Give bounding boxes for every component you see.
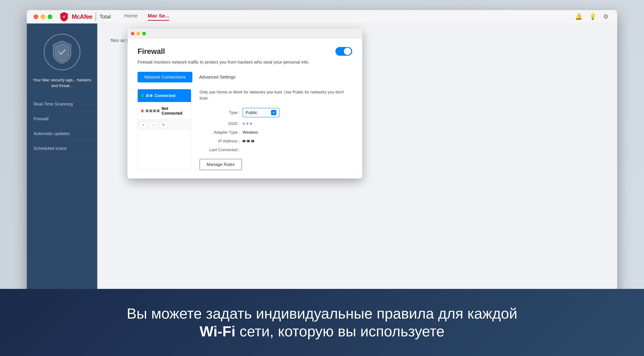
title-bar: McAfee Total Home Mac Se... 🔔 💡 ⚙: [27, 10, 617, 24]
network-instruction-text: Only use Home or Work for networks you t…: [200, 89, 352, 101]
sq6: [157, 110, 160, 112]
connected-squares: [146, 94, 152, 97]
mcafee-logo: McAfee: [59, 12, 92, 22]
connected-label: Connected: [154, 93, 175, 98]
dialog-title: Firewall: [138, 47, 165, 56]
not-connected-squares: [146, 110, 160, 112]
main-nav: Home Mac Se...: [124, 13, 169, 21]
brand-divider: [96, 12, 96, 21]
firewall-dialog: Firewall Firewall monitors network traff…: [128, 28, 362, 178]
select-arrow-icon: [271, 110, 276, 115]
ssid-label: SSID :: [200, 121, 240, 126]
adapter-value: Wireless: [242, 130, 258, 135]
maximize-button[interactable]: [48, 14, 52, 19]
ssid-dot-3: [250, 122, 252, 125]
firewall-description: Firewall monitors network traffic to pro…: [138, 59, 352, 65]
ssid-value-dots: [242, 122, 252, 125]
adapter-label: Adapter Type :: [200, 130, 240, 135]
main-shield-icon: [50, 40, 74, 64]
bell-icon[interactable]: 🔔: [575, 13, 582, 20]
product-name: Total: [100, 14, 111, 20]
dialog-minimize-button[interactable]: [136, 32, 140, 36]
banner-suffix-text: сети, которую вы используете: [236, 323, 444, 340]
network-list-footer: + − ✎: [138, 120, 191, 130]
dialog-content: Firewall Firewall monitors network traff…: [128, 38, 362, 178]
toggle-knob: [344, 48, 351, 55]
dialog-maximize-button[interactable]: [142, 32, 146, 36]
not-connected-label: Not Connected: [162, 106, 188, 116]
main-content: Your Mac security aga... hackers and thr…: [27, 24, 617, 312]
mcafee-shield-icon: [59, 12, 69, 22]
tab-mac-security[interactable]: Mac Se...: [148, 13, 169, 21]
tab-home[interactable]: Home: [124, 13, 138, 21]
ip-sq-2: [247, 140, 250, 142]
tab-advanced-settings[interactable]: Advanced Settings: [192, 72, 242, 82]
network-item-not-connected[interactable]: Not Connected: [138, 102, 191, 120]
sidebar: Your Mac security aga... hackers and thr…: [27, 24, 97, 312]
brand-name: McAfee: [72, 13, 92, 20]
sq2: [150, 94, 152, 97]
close-button[interactable]: [34, 14, 38, 19]
gear-icon[interactable]: ⚙: [603, 13, 610, 20]
type-value: Public: [246, 110, 269, 115]
banner-wifi-text: Wi-Fi: [200, 323, 236, 340]
sq3: [146, 110, 148, 112]
banner-text-line1: Вы можете задать индивидуальные правила …: [126, 305, 517, 322]
mcafee-window: McAfee Total Home Mac Se... 🔔 💡 ⚙: [27, 10, 617, 312]
minimize-button[interactable]: [40, 14, 45, 19]
shield-status-container: [44, 34, 80, 70]
ssid-dot-2: [246, 122, 248, 125]
security-status-text: Your Mac security aga... hackers and thr…: [27, 77, 97, 88]
connected-status-dot: [141, 94, 144, 97]
ssid-row: SSID :: [200, 121, 352, 126]
network-panel: Connected: [138, 89, 352, 170]
sidebar-item-auto-updates[interactable]: Automatic updates: [27, 126, 97, 141]
sidebar-item-firewall[interactable]: Firewall: [27, 112, 97, 126]
ip-sq-3: [251, 140, 254, 142]
title-bar-icons: 🔔 💡 ⚙: [575, 13, 610, 20]
dialog-title-bar: [128, 28, 362, 38]
adapter-row: Adapter Type : Wireless: [200, 130, 352, 135]
sq4: [150, 110, 152, 112]
tab-network-connections[interactable]: Network Connections: [138, 72, 192, 82]
add-network-button[interactable]: +: [140, 122, 147, 128]
last-connected-label: Last Connected :: [200, 148, 240, 152]
lightbulb-icon[interactable]: 💡: [589, 13, 596, 20]
remove-network-button[interactable]: −: [150, 122, 157, 128]
banner-text-line2: Wi-Fi сети, которую вы используете: [200, 322, 444, 340]
sidebar-item-scheduled-scans[interactable]: Scheduled scans: [27, 141, 97, 156]
type-select[interactable]: Public: [242, 108, 280, 117]
dialog-close-button[interactable]: [131, 32, 134, 36]
network-details-panel: Only use Home or Work for networks you t…: [200, 89, 352, 170]
sidebar-nav: Real-Time Scanning Firewall Automatic up…: [27, 97, 97, 156]
sidebar-item-realtime[interactable]: Real-Time Scanning: [27, 97, 97, 112]
type-row: Type : Public: [200, 108, 352, 117]
ip-row: IP Address :: [200, 139, 352, 144]
network-item-connected[interactable]: Connected: [138, 89, 191, 102]
sq1: [146, 94, 149, 97]
right-content-area: files as you use Mac. Firewall: [97, 24, 617, 312]
manage-rules-button[interactable]: Manage Rules: [200, 159, 242, 170]
network-list: Connected: [138, 89, 191, 170]
traffic-lights: [34, 14, 52, 19]
last-connected-row: Last Connected :: [200, 148, 352, 152]
dialog-tabs: Network Connections Advanced Settings: [138, 72, 352, 82]
ip-sq-1: [242, 140, 246, 142]
ip-label: IP Address :: [200, 139, 240, 144]
disconnected-status-dot: [141, 110, 144, 112]
dialog-header: Firewall: [138, 47, 352, 56]
type-label: Type :: [200, 110, 240, 115]
edit-network-button[interactable]: ✎: [160, 122, 167, 128]
ssid-dot-1: [242, 122, 245, 125]
sq5: [153, 110, 156, 112]
firewall-toggle[interactable]: [336, 47, 352, 56]
ip-value-dots: [242, 140, 254, 142]
bottom-banner: Вы можете задать индивидуальные правила …: [0, 289, 644, 356]
